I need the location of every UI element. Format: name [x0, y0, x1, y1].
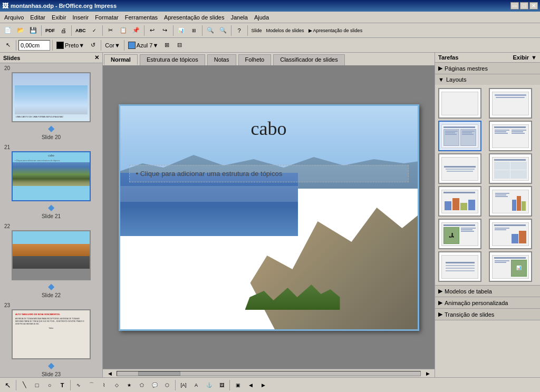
cor-button[interactable]: Cor ▼ [103, 40, 122, 51]
shadow-tool[interactable]: ▣ [232, 379, 244, 391]
slide-thumb-22[interactable] [12, 230, 91, 280]
slide-show-button[interactable]: ▶ Apresentação de slides [307, 25, 364, 36]
layout-12[interactable]: 📊 [489, 251, 532, 282]
slide-item-21[interactable]: 21 cabo • Clique para adicionar uma estr… [2, 144, 100, 219]
curves-tool[interactable]: ∿ [73, 379, 84, 391]
slide-thumb-23[interactable]: ALTO TABULEIRO DE NOVA VENCIMENTOS. AVEN… [12, 309, 91, 359]
close-button[interactable]: ✕ [529, 2, 538, 9]
extra-btn1[interactable]: ⊞ [161, 40, 172, 51]
symbols-tool[interactable]: ★ [123, 379, 135, 391]
slides-list[interactable]: 20 UMA CANYO DE UMA FORMA KATULERA A NAZ… [0, 63, 102, 377]
callouts-tool[interactable]: 💬 [149, 379, 160, 391]
pdf-button[interactable]: PDF [44, 25, 56, 36]
paginas-mestres-header[interactable]: ▶ Páginas mestres [435, 63, 540, 74]
connectors-tool[interactable]: ⌒ [85, 379, 97, 391]
rect-tool[interactable]: □ [31, 379, 43, 391]
3d-tool[interactable]: ⬡ [161, 379, 173, 391]
layout-title-content[interactable] [438, 121, 481, 151]
layout-11[interactable] [438, 251, 481, 282]
layout-6[interactable] [489, 153, 532, 184]
menu-ferramentas[interactable]: Ferramentas [122, 12, 161, 23]
menu-janela[interactable]: Janela [227, 12, 250, 23]
zoom-in-button[interactable]: 🔍 [205, 25, 216, 36]
layout-7[interactable] [438, 186, 481, 217]
color-swatch[interactable]: Preto ▼ [55, 40, 86, 51]
slide-item-23[interactable]: 23 ALTO TABULEIRO DE NOVA VENCIMENTOS. A… [2, 302, 100, 377]
table-button[interactable]: ⊞ [188, 25, 200, 36]
scroll-right-btn[interactable]: ▶ [422, 370, 433, 377]
layout-4[interactable] [489, 121, 532, 151]
lines-tool[interactable]: ⌇ [98, 379, 110, 391]
tab-estrutura[interactable]: Estrutura de tópicos [140, 54, 205, 65]
select-arrow[interactable]: ↖ [2, 40, 14, 51]
spellcheck2-button[interactable]: ✓ [89, 25, 100, 36]
h-scrollthumb[interactable] [138, 371, 180, 376]
nav-left[interactable]: ◀ [245, 379, 256, 391]
menu-exibir[interactable]: Exibir [49, 12, 70, 23]
layouts-header[interactable]: ▼ Layouts [435, 74, 540, 85]
ellipse-tool[interactable]: ○ [44, 379, 55, 391]
color-dropdown-icon[interactable]: ▼ [79, 42, 84, 48]
zoom-out-button[interactable]: 🔍 [217, 25, 229, 36]
cor-dropdown-icon[interactable]: ▼ [114, 42, 120, 48]
redo-button[interactable]: ↪ [159, 25, 171, 36]
tab-classificador[interactable]: Classificador de slides [273, 54, 344, 65]
slide-canvas[interactable]: cabo • Clique para adicionar uma estrutu… [119, 104, 419, 331]
refresh-button[interactable]: ↺ [87, 40, 99, 51]
help-button[interactable]: ? [234, 25, 245, 36]
new-button[interactable]: 📄 [2, 25, 14, 36]
menu-inserir[interactable]: Inserir [70, 12, 92, 23]
menu-ajuda[interactable]: Ajuda [251, 12, 272, 23]
print-button[interactable]: 🖨 [57, 25, 69, 36]
layout-9[interactable]: 🏞 [438, 219, 481, 249]
cut-button[interactable]: ✂ [105, 25, 117, 36]
layout-8[interactable] [489, 186, 532, 217]
transicao-header[interactable]: ▶ Transição de slides [435, 309, 540, 320]
h-scrolltrack[interactable] [117, 371, 421, 376]
flowchart-tool[interactable]: ⬠ [136, 379, 148, 391]
menu-arquivo[interactable]: Arquivo [1, 12, 27, 23]
position-input[interactable] [18, 40, 50, 51]
open-button[interactable]: 📂 [15, 25, 26, 36]
arrow-tool[interactable]: ↖ [2, 379, 14, 391]
nav-right[interactable]: ▶ [257, 379, 269, 391]
slide-models-button[interactable]: Modelos de slides [265, 25, 306, 36]
azul-dropdown-icon[interactable]: ▼ [152, 42, 158, 48]
slide-item-20[interactable]: 20 UMA CANYO DE UMA FORMA KATULERA A NAZ… [2, 65, 100, 140]
textbox-tool[interactable]: [A] [178, 379, 189, 391]
azul-color[interactable]: Azul 7 ▼ [127, 40, 160, 51]
menu-formatar[interactable]: Formatar [92, 12, 122, 23]
text-tool[interactable]: T [56, 379, 68, 391]
animacao-header[interactable]: ▶ Animação personalizada [435, 297, 540, 308]
copy-button[interactable]: 📋 [118, 25, 129, 36]
undo-button[interactable]: ↩ [147, 25, 158, 36]
layout-10[interactable] [489, 219, 532, 249]
modelos-tabela-header[interactable]: ▶ Modelos de tabela [435, 286, 540, 297]
basic-shapes-tool[interactable]: ◇ [111, 379, 122, 391]
slide-content-area[interactable]: • Clique para adicionar uma estrutura de… [129, 165, 409, 182]
line-tool[interactable]: ╲ [18, 379, 30, 391]
chart-button[interactable]: 📊 [176, 25, 187, 36]
menu-editar[interactable]: Editar [27, 12, 49, 23]
slide-button[interactable]: Slide [250, 25, 264, 36]
horizontal-scrollbar[interactable]: ◀ ▶ [103, 369, 435, 377]
save-button[interactable]: 💾 [27, 25, 39, 36]
scroll-left-btn[interactable]: ◀ [104, 370, 115, 377]
anchor-tool[interactable]: ⚓ [203, 379, 215, 391]
layout-5[interactable] [438, 153, 481, 184]
slide-title[interactable]: cabo [119, 117, 419, 140]
paste-button[interactable]: 📌 [130, 25, 142, 36]
slide-canvas-area[interactable]: cabo • Clique para adicionar uma estrutu… [103, 66, 435, 369]
tab-notas[interactable]: Notas [207, 54, 236, 65]
spellcheck-button[interactable]: ABC [74, 25, 88, 36]
minimize-button[interactable]: — [510, 2, 519, 9]
slide-thumb-20[interactable]: UMA CANYO DE UMA FORMA KATULERA A NAZ [12, 72, 91, 122]
exibir-dropdown-icon[interactable]: ▼ [531, 54, 537, 61]
insert-image-tool[interactable]: 🖼 [216, 379, 227, 391]
extra-btn2[interactable]: ⊟ [173, 40, 185, 51]
slide-thumb-21[interactable]: cabo • Clique para adicionar uma estrutu… [12, 151, 91, 201]
maximize-button[interactable]: □ [520, 2, 528, 9]
menu-apresentacao[interactable]: Apresentação de slides [161, 12, 227, 23]
layout-title-only[interactable] [489, 88, 532, 119]
slides-close-icon[interactable]: ✕ [94, 54, 99, 61]
